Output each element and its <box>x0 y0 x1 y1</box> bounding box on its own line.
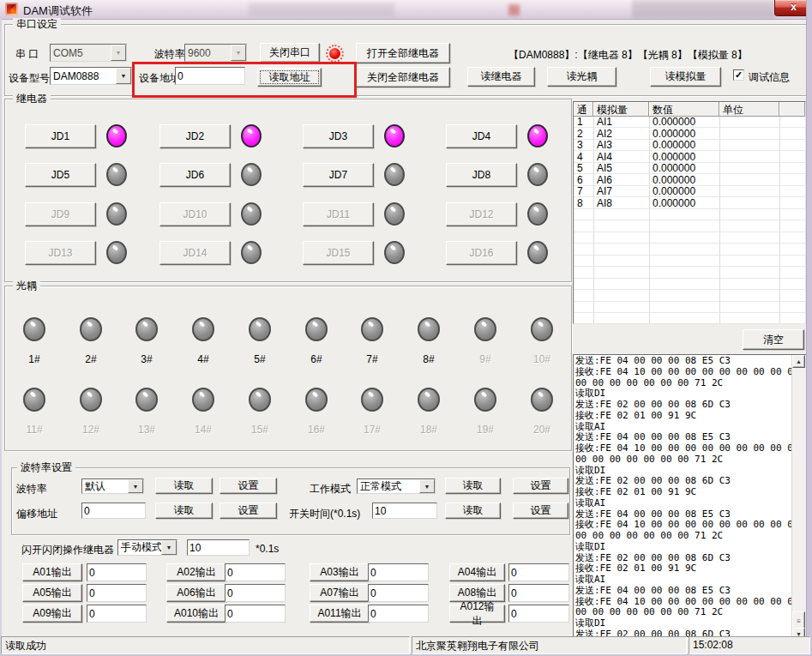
relay-jd8-button[interactable]: JD8 <box>446 163 517 187</box>
opto-10-label: 10# <box>531 353 553 365</box>
table-row[interactable]: 6AI60.000000 <box>574 175 805 187</box>
ao7-output-button[interactable]: A07输出 <box>310 584 370 602</box>
offset-set-button[interactable]: 设置 <box>220 503 277 519</box>
switch-time-set-button[interactable]: 设置 <box>513 503 568 519</box>
clear-log-button[interactable]: 清空 <box>743 329 804 350</box>
chevron-down-icon: ▼ <box>111 45 126 61</box>
window-title: DAM调试软件 <box>23 3 93 19</box>
opto-4-led <box>192 317 214 341</box>
ao2-output-button[interactable]: A02输出 <box>166 563 226 581</box>
model-label: 设备型号 <box>9 71 50 86</box>
header-analog[interactable]: 模拟量 <box>593 102 649 117</box>
read-address-button[interactable]: 读取地址 <box>257 68 322 87</box>
table-row[interactable]: 4AI40.000000 <box>574 152 805 164</box>
opto-6-label: 6# <box>305 353 328 365</box>
read-analog-button[interactable]: 读模拟量 <box>650 67 721 87</box>
relay-jd2-button[interactable]: JD2 <box>159 124 231 148</box>
window-border-left <box>0 19 2 656</box>
ao10-output-button[interactable]: A010输出 <box>166 605 226 623</box>
chevron-down-icon: ▼ <box>161 540 177 555</box>
switch-time-input[interactable] <box>372 503 437 519</box>
relay-jd12-button: JD12 <box>446 202 517 226</box>
offset-read-button[interactable]: 读取 <box>155 503 213 519</box>
ao5-value-input[interactable] <box>87 584 147 602</box>
scroll-up-icon[interactable]: ▲ <box>792 355 805 368</box>
table-row[interactable]: 7AI70.000000 <box>574 186 805 198</box>
ao11-value-input[interactable] <box>368 605 429 623</box>
table-row[interactable]: 2AI20.000000 <box>574 129 805 141</box>
model-select[interactable]: DAM0888 ▼ <box>50 67 132 85</box>
close-port-button[interactable]: 关闭串口 <box>260 43 320 63</box>
read-opto-button[interactable]: 读光耦 <box>547 67 617 87</box>
relay-jd4-button[interactable]: JD4 <box>446 124 517 148</box>
log-scrollbar[interactable]: ▲ ≡ ▼ <box>791 355 806 641</box>
switch-time-read-button[interactable]: 读取 <box>445 503 501 519</box>
flash-mode-select[interactable]: 手动模式 ▼ <box>117 539 177 556</box>
relay-jd16-led <box>527 241 548 264</box>
work-mode-read-button[interactable]: 读取 <box>445 478 501 494</box>
ao3-output-button[interactable]: A03输出 <box>310 563 370 581</box>
port-select[interactable]: COM5 ▼ <box>50 44 127 62</box>
table-row[interactable]: 1AI10.000000 <box>574 117 805 129</box>
opto-channel: 15# <box>249 388 271 436</box>
device-address-label: 设备地址 <box>139 71 180 86</box>
baud-select[interactable]: 9600 ▼ <box>184 44 247 62</box>
opto-11-label: 11# <box>23 424 45 436</box>
table-row[interactable]: 3AI30.000000 <box>574 140 805 152</box>
offset-address-input[interactable] <box>81 503 146 519</box>
flash-time-unit: *0.1s <box>256 543 279 555</box>
header-channel[interactable]: 通 <box>574 102 593 117</box>
relay-jd5-button[interactable]: JD5 <box>25 163 96 187</box>
work-mode-label: 工作模式 <box>310 482 351 497</box>
flash-time-input[interactable] <box>187 539 250 556</box>
ao10-value-input[interactable] <box>225 605 286 623</box>
relay-jd3-button[interactable]: JD3 <box>303 124 374 148</box>
ao7-value-input[interactable] <box>368 584 429 602</box>
ao11-output-button[interactable]: A011输出 <box>310 605 370 623</box>
model-select-value: DAM0888 <box>51 70 116 82</box>
work-mode-select[interactable]: 正常模式 ▼ <box>357 478 436 494</box>
ao4-value-input[interactable] <box>508 563 569 581</box>
ao1-output-button[interactable]: A01输出 <box>22 563 82 581</box>
ao3-value-input[interactable] <box>368 563 429 581</box>
ao5-output-button[interactable]: A05输出 <box>22 584 82 602</box>
opto-12-led <box>80 388 102 412</box>
work-mode-set-button[interactable]: 设置 <box>513 478 568 494</box>
header-value[interactable]: 数值 <box>649 102 719 117</box>
opto-3-led <box>135 317 158 341</box>
device-summary: 【DAM0888】:【继电器 8】【光耦 8】【模拟量 8】 <box>508 48 748 63</box>
table-row[interactable]: 5AI50.000000 <box>574 163 805 175</box>
baud-label: 波特率 <box>154 47 185 62</box>
opto-channel: 5# <box>249 317 271 365</box>
opto-7-label: 7# <box>361 353 383 365</box>
ao6-value-input[interactable] <box>225 584 286 602</box>
relay-jd1-button[interactable]: JD1 <box>25 124 96 148</box>
debug-info-checkbox[interactable]: ✓ <box>733 69 744 81</box>
relay-jd15-button: JD15 <box>303 241 374 265</box>
read-relay-button[interactable]: 读继电器 <box>467 67 535 87</box>
ao12-output-button[interactable]: A012输出 <box>449 605 505 623</box>
status-time: 15:02:08 <box>689 636 810 654</box>
baudrate-read-button[interactable]: 读取 <box>155 478 213 494</box>
ao12-value-input[interactable] <box>508 605 569 623</box>
ao1-value-input[interactable] <box>87 563 147 581</box>
header-unit[interactable]: 单位 <box>719 102 779 117</box>
ao2-value-input[interactable] <box>225 563 286 581</box>
baudrate-select[interactable]: 默认 ▼ <box>81 478 144 494</box>
device-address-input[interactable] <box>175 67 245 85</box>
ao4-output-button[interactable]: A04输出 <box>449 563 505 581</box>
open-all-relays-button[interactable]: 打开全部继电器 <box>356 43 450 63</box>
ao9-value-input[interactable] <box>87 605 147 623</box>
ao8-value-input[interactable] <box>508 584 569 602</box>
relay-jd7-button[interactable]: JD7 <box>303 163 374 187</box>
relay-jd3-led <box>384 124 405 147</box>
close-all-relays-button[interactable]: 关闭全部继电器 <box>356 67 450 87</box>
baudrate-set-button[interactable]: 设置 <box>220 478 277 494</box>
opto-6-led <box>305 317 328 341</box>
comm-log[interactable]: 发送:FE 04 00 00 00 08 E5 C3 接收:FE 04 10 0… <box>573 354 807 641</box>
ao9-output-button[interactable]: A09输出 <box>22 605 82 623</box>
ao6-output-button[interactable]: A06输出 <box>166 584 226 602</box>
relay-jd6-button[interactable]: JD6 <box>159 163 231 187</box>
opto-14-label: 14# <box>192 424 214 436</box>
table-row[interactable]: 8AI80.000000 <box>574 198 805 210</box>
